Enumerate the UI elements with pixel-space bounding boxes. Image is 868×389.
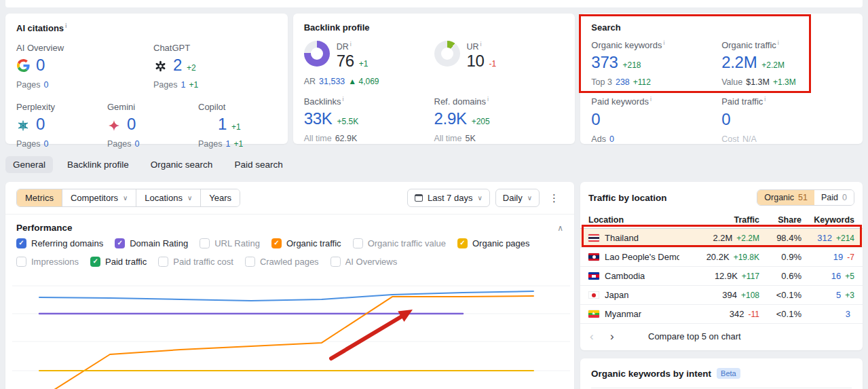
tab-organic-search[interactable]: Organic search [143,156,221,173]
ahrefs-rank-value[interactable]: 31,533 [319,77,345,86]
unchecked-checkbox-icon[interactable] [245,257,255,267]
tab-general[interactable]: General [5,156,53,173]
ur-donut-chart [434,41,460,67]
perplexity-count[interactable]: 0 [36,115,45,134]
traffic-value: 342 [730,309,744,319]
filter-metrics[interactable]: Metrics [17,189,62,206]
checkbox-impressions[interactable]: Impressions [16,257,79,267]
checkbox-organic-traffic-value[interactable]: Organic traffic value [353,238,446,248]
backlinks-value[interactable]: 33K [304,109,333,128]
google-icon [16,59,30,72]
granularity-button[interactable]: Daily ∨ [495,189,540,207]
tab-backlink-profile[interactable]: Backlink profile [60,156,136,173]
location-row-lao-people-s-democratic-reput[interactable]: Lao People's Democratic Reput20.2K+19.8K… [580,248,863,267]
location-row-cambodia[interactable]: Cambodia12.9K+1170.6%16+5 [580,267,863,286]
filter-years[interactable]: Years [200,189,240,206]
chart-line-organic-traffic [39,296,533,389]
filter-competitors[interactable]: Competitors∨ [62,189,136,206]
location-row-japan[interactable]: Japan394+108<0.1%5+3 [580,286,863,305]
toggle-organic[interactable]: Organic51 [757,190,814,205]
checkbox-label: Domain Rating [130,238,188,248]
checked-checkbox-icon[interactable]: ✓ [271,238,282,248]
checkbox-url-rating[interactable]: URL Rating [200,238,260,248]
date-range-button[interactable]: Last 7 days ∨ [407,189,490,207]
location-row-thailand[interactable]: Thailand2.2M+2.2M98.4%312+214 [580,229,863,248]
checked-checkbox-icon[interactable]: ✓ [115,238,125,248]
toggle-paid[interactable]: Paid0 [814,190,854,205]
kebab-menu-icon[interactable]: ⋮ [545,192,563,204]
checkbox-ai-overviews[interactable]: AI Overviews [331,257,398,267]
keywords-link[interactable]: 5 [836,290,841,300]
ref-domains-value[interactable]: 2.9K [434,109,467,128]
traffic-value: 20.2K [706,252,730,262]
perplexity-metric: Perplexity 0 Pages0 [16,102,107,149]
checkbox-paid-traffic[interactable]: ✓Paid traffic [90,257,147,267]
filter-locations[interactable]: Locations∨ [136,189,200,206]
collapse-chevron-icon[interactable]: ∧ [557,223,563,233]
jp-flag-icon [588,291,599,299]
divider [591,388,852,388]
keywords-link[interactable]: 16 [831,271,841,281]
performance-title: Performance [16,223,73,233]
gemini-icon [107,120,121,131]
keywords-change: +5 [845,272,854,281]
unchecked-checkbox-icon[interactable] [200,238,210,248]
paid-keywords-value[interactable]: 0 [591,110,600,129]
organic-traffic-value[interactable]: 2.2M [721,53,757,72]
keywords-link[interactable]: 19 [833,252,843,262]
copilot-pages[interactable]: 1 [225,139,230,149]
top3-value[interactable]: 238 [616,77,630,87]
header-bottom-strip [5,0,863,7]
checkbox-organic-pages[interactable]: ✓Organic pages [457,238,530,248]
checkbox-label: Organic traffic value [368,238,446,248]
checkbox-label: Organic pages [472,238,530,248]
share-value: <0.1% [759,309,801,319]
pager-prev-icon[interactable]: ‹ [590,332,610,341]
unchecked-checkbox-icon[interactable] [16,257,26,267]
performance-chart-card: Metrics Competitors∨ Locations∨ Years La… [5,182,574,389]
checked-checkbox-icon[interactable]: ✓ [90,257,100,267]
checkbox-organic-traffic[interactable]: ✓Organic traffic [271,238,341,248]
unchecked-checkbox-icon[interactable] [353,238,363,248]
checkbox-label: Organic traffic [286,238,341,248]
chatgpt-count[interactable]: 2 [173,56,182,75]
info-icon: i [343,96,344,103]
checkbox-label: URL Rating [214,238,260,248]
chart-controls: Metrics Competitors∨ Locations∨ Years La… [5,182,574,215]
checkbox-label: Paid traffic cost [173,257,233,267]
traffic-change: +108 [741,291,759,300]
checkbox-referring-domains[interactable]: ✓Referring domains [16,238,103,248]
info-icon: i [350,41,352,48]
tab-paid-search[interactable]: Paid search [227,156,290,173]
organic-keywords-value[interactable]: 373 [591,53,618,72]
chatgpt-pages[interactable]: 1 [181,80,185,90]
perplexity-pages[interactable]: 0 [43,139,48,149]
ai-overview-pages[interactable]: 0 [43,80,48,90]
checkbox-paid-traffic-cost[interactable]: Paid traffic cost [158,257,233,267]
keywords-link[interactable]: 3 [846,309,850,319]
unchecked-checkbox-icon[interactable] [331,257,341,267]
chevron-down-icon: ∨ [477,194,482,202]
ai-overview-count[interactable]: 0 [36,56,45,75]
keywords-link[interactable]: 312 [817,233,832,243]
pager-next-icon[interactable]: › [610,332,630,341]
beta-badge: Beta [717,368,740,379]
location-row-myanmar[interactable]: Myanmar342-11<0.1%3 [580,305,863,324]
gemini-count[interactable]: 0 [127,115,136,134]
performance-line-chart [5,272,574,389]
compare-top5-button[interactable]: Compare top 5 on chart [648,331,741,341]
country-name: Japan [605,290,628,300]
info-icon: i [480,41,482,48]
unchecked-checkbox-icon[interactable] [158,257,168,267]
gemini-pages[interactable]: 0 [134,139,139,149]
checkbox-crawled-pages[interactable]: Crawled pages [245,257,319,267]
keywords-by-intent-title: Organic keywords by intent [591,369,711,379]
checked-checkbox-icon[interactable]: ✓ [457,238,468,248]
checkbox-domain-rating[interactable]: ✓Domain Rating [115,238,188,248]
copilot-count[interactable]: 1 [218,115,227,134]
dr-metric: DRi 76+1 [337,41,369,71]
checked-checkbox-icon[interactable]: ✓ [16,238,26,248]
paid-traffic-value[interactable]: 0 [721,110,730,129]
gemini-metric: Gemini 0 Pages0 [107,102,198,149]
ai-citations-card: AI citationsi AI Overview 0 Pages0 ChatG… [5,14,288,144]
